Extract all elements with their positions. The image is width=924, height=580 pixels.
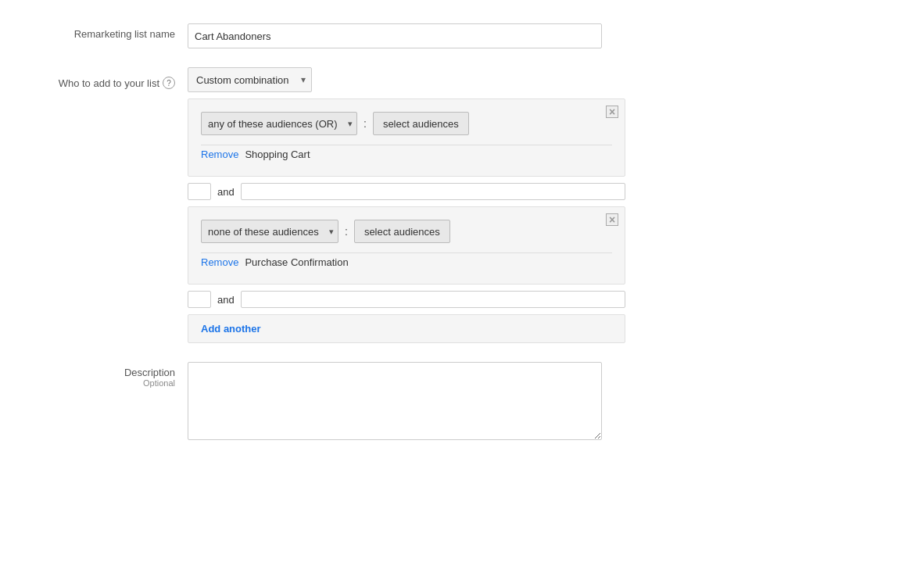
audience-type-1-wrapper: any of these audiences (OR)	[201, 112, 357, 135]
who-to-add-label: Who to add to your list	[59, 77, 159, 89]
who-to-add-help-icon[interactable]: ?	[163, 77, 175, 89]
who-to-add-control-wrap: Custom combination × any of these audien…	[188, 67, 625, 343]
add-another-link[interactable]: Add another	[201, 323, 261, 335]
combination-section: × any of these audiences (OR) : select a…	[188, 98, 625, 343]
colon-2: :	[345, 225, 348, 238]
form-container: Remarketing list name Who to add to your…	[16, 23, 908, 442]
description-label-wrap: Description Optional	[16, 362, 188, 388]
audience-block-1-controls: any of these audiences (OR) : select aud…	[201, 112, 612, 135]
remarketing-list-row: Remarketing list name	[16, 23, 908, 48]
and-label-1: and	[217, 186, 235, 198]
and-row-1: and	[188, 183, 625, 200]
and-checkbox-1[interactable]	[188, 183, 211, 200]
audience-entry-2: Remove Purchase Confirmation	[201, 252, 612, 271]
description-label: Description	[124, 367, 175, 378]
select-audiences-1-button[interactable]: select audiences	[373, 112, 469, 135]
description-input-wrap	[188, 362, 625, 442]
audience-block-1: × any of these audiences (OR) : select a…	[188, 98, 625, 177]
audience-block-2: × none of these audiences : select audie…	[188, 206, 625, 285]
select-audiences-2-button[interactable]: select audiences	[354, 220, 450, 243]
audience-block-2-controls: none of these audiences : select audienc…	[201, 220, 612, 243]
audience-name-2: Purchase Confirmation	[245, 256, 348, 268]
remarketing-list-input-wrap	[188, 23, 625, 48]
remarketing-list-input[interactable]	[188, 23, 602, 48]
audience-entry-1: Remove Shopping Cart	[201, 145, 612, 163]
add-another-bar: Add another	[188, 314, 625, 343]
and-label-2: and	[217, 294, 235, 306]
close-block-1-button[interactable]: ×	[606, 106, 618, 118]
audience-type-2-select[interactable]: none of these audiences	[201, 220, 338, 243]
who-to-add-label-wrap: Who to add to your list ?	[16, 67, 188, 89]
combination-select[interactable]: Custom combination	[188, 67, 312, 92]
colon-1: :	[364, 117, 367, 130]
remove-1-link[interactable]: Remove	[201, 149, 238, 160]
remarketing-list-label: Remarketing list name	[16, 23, 188, 40]
audience-type-2-wrapper: none of these audiences	[201, 220, 338, 243]
who-to-add-row: Who to add to your list ? Custom combina…	[16, 67, 908, 343]
and-text-input-2[interactable]	[241, 291, 625, 308]
description-sub-label: Optional	[16, 378, 175, 388]
description-row: Description Optional	[16, 362, 908, 442]
and-text-input-1[interactable]	[241, 183, 625, 200]
audience-name-1: Shopping Cart	[245, 149, 310, 160]
audience-type-1-select[interactable]: any of these audiences (OR)	[201, 112, 357, 135]
and-row-2: and	[188, 291, 625, 308]
combination-select-wrapper: Custom combination	[188, 67, 312, 92]
description-textarea[interactable]	[188, 362, 602, 440]
close-block-2-button[interactable]: ×	[606, 213, 618, 226]
remove-2-link[interactable]: Remove	[201, 256, 238, 268]
and-checkbox-2[interactable]	[188, 291, 211, 308]
